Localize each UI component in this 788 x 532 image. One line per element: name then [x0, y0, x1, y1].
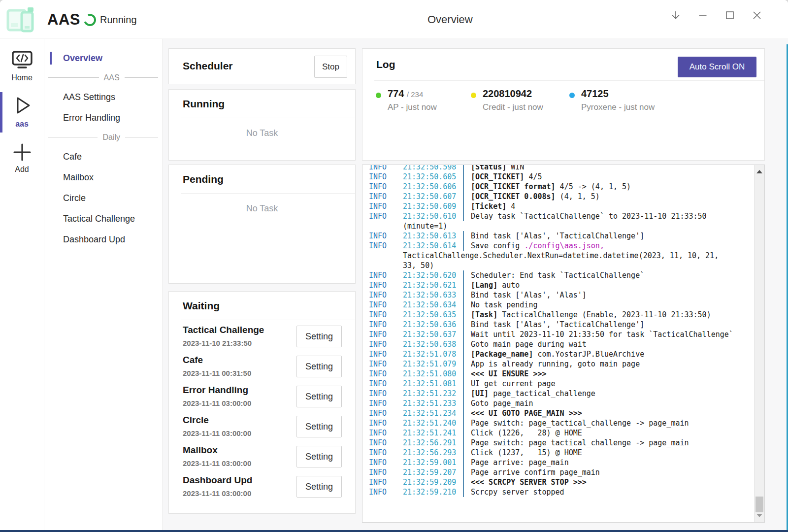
log-timestamp: 21:32:50.606 — [403, 182, 463, 192]
log-line: INFO21:32:56.291Page switch: page_tactic… — [362, 438, 764, 448]
task-setting-button[interactable]: Setting — [296, 386, 342, 407]
log-timestamp: 21:32:50.613 — [403, 231, 463, 241]
stat-dot-icon — [376, 93, 381, 98]
nav-item-circle[interactable]: Circle — [45, 188, 162, 208]
log-timestamp: 21:32:51.234 — [403, 408, 463, 418]
log-card: Log Auto Scroll ON 774 / 234AP - just no… — [362, 48, 765, 161]
log-timestamp: 21:32:51.078 — [403, 349, 463, 359]
log-line: INFO21:32:50.598[Status] WIN — [362, 165, 764, 172]
log-message: Page switch: page_tactical_challenge -> … — [463, 418, 764, 428]
log-timestamp: 21:32:50.633 — [403, 290, 463, 300]
log-message: Scrcpy server stopped — [463, 487, 764, 497]
log-message: Save config ./config\aas.json, — [463, 241, 764, 251]
log-level: INFO — [362, 310, 403, 320]
resource-stat: 774 / 234AP - just now — [376, 88, 437, 112]
pending-title: Pending — [183, 173, 224, 185]
running-title: Running — [183, 98, 225, 110]
log-level — [362, 221, 403, 231]
divider-line — [125, 137, 158, 137]
minimize-button[interactable] — [692, 5, 714, 26]
log-timestamp: 21:32:50.610 — [403, 211, 463, 221]
log-timestamp: 21:32:50.636 — [403, 320, 463, 330]
nav-section-divider: AAS — [45, 68, 162, 87]
log-scrollbar[interactable] — [754, 165, 764, 522]
resource-stat: 47125Pyroxene - just now — [569, 88, 655, 112]
log-level: INFO — [362, 182, 403, 192]
task-setting-button[interactable]: Setting — [296, 326, 342, 347]
auto-scroll-toggle-button[interactable]: Auto Scroll ON — [678, 57, 756, 77]
app-name: AAS — [47, 11, 80, 29]
maximize-icon — [724, 9, 736, 21]
log-message: Wait until 2023-11-10 21:33:50 for task … — [463, 330, 764, 339]
nav-item-dashboard-upd[interactable]: Dashboard Upd — [45, 229, 162, 250]
waiting-task-row: Circle2023-11-11 03:00:00Setting — [169, 412, 355, 442]
log-message: Goto page_main — [463, 399, 764, 408]
play-icon — [11, 94, 33, 117]
log-timestamp: 21:32:56.291 — [403, 438, 463, 448]
log-level: INFO — [362, 428, 403, 438]
log-timestamp: 21:32:51.232 — [403, 389, 463, 399]
log-level: INFO — [362, 201, 403, 211]
maximize-button[interactable] — [719, 5, 741, 26]
running-empty-label: No Task — [169, 128, 355, 138]
log-line: INFO21:32:50.636Bind task ['Alas', 'Tact… — [362, 320, 764, 330]
log-level: INFO — [362, 211, 403, 221]
log-message: [OCR_TICKET format] 4/5 -> (4, 1, 5) — [463, 182, 764, 192]
pending-empty-label: No Task — [169, 203, 355, 214]
task-setting-button[interactable]: Setting — [296, 356, 342, 377]
log-timestamp: 21:32:51.080 — [403, 369, 463, 379]
log-message: <<< UI ENSURE >>> — [463, 369, 764, 379]
rail-item-label: Home — [0, 73, 44, 82]
nav-item-mailbox[interactable]: Mailbox — [45, 167, 162, 188]
log-level: INFO — [362, 172, 403, 182]
log-message: Click (1237, 15) @ HOME — [463, 448, 764, 458]
download-update-button[interactable] — [665, 5, 687, 26]
nav-item-cafe[interactable]: Cafe — [45, 146, 162, 167]
task-setting-button[interactable]: Setting — [296, 416, 342, 437]
log-line: INFO21:32:59.001Page arrive: page_main — [362, 458, 764, 467]
log-level: INFO — [362, 418, 403, 428]
rail-item-label: aas — [0, 120, 44, 129]
pending-card: Pending No Task — [168, 165, 356, 284]
nav-item-aas-settings[interactable]: AAS Settings — [45, 87, 162, 107]
log-message: Bind task ['Alas', 'Alas'] — [463, 290, 764, 300]
rail-item-home[interactable]: Home — [0, 47, 44, 82]
log-timestamp: 21:32:59.210 — [403, 487, 463, 497]
log-level — [362, 251, 403, 261]
plus-icon — [11, 142, 33, 162]
scrollbar-up-arrow-icon[interactable] — [756, 170, 762, 173]
task-setting-button[interactable]: Setting — [296, 446, 342, 467]
log-message: Click (1226, 28) @ HOME — [463, 428, 764, 438]
nav-section-label: Daily — [98, 133, 125, 142]
log-line: INFO21:32:50.637Wait until 2023-11-10 21… — [362, 330, 764, 339]
log-line: INFO21:32:50.635[Task] TacticalChallenge… — [362, 310, 764, 320]
rail-item-aas[interactable]: aas — [0, 91, 44, 133]
log-message: [Package_name] com.YostarJP.BlueArchive — [463, 349, 764, 359]
log-output-panel[interactable]: INFO21:32:50.598[Status] WININFO21:32:50… — [362, 165, 765, 523]
log-level: INFO — [362, 280, 403, 290]
running-card: Running No Task — [168, 89, 356, 161]
log-line: INFO21:32:51.241Click (1226, 28) @ HOME — [362, 428, 764, 438]
page-title: Overview — [427, 13, 473, 26]
log-level: INFO — [362, 192, 403, 201]
log-timestamp: 21:32:50.620 — [403, 270, 463, 280]
scheduler-stop-button[interactable]: Stop — [314, 56, 347, 78]
log-level: INFO — [362, 320, 403, 330]
nav-item-error-handling[interactable]: Error Handling — [45, 107, 162, 128]
stat-value: 47125 — [569, 88, 655, 100]
log-message: Bind task ['Alas', 'TacticalChallenge'] — [463, 320, 764, 330]
close-button[interactable] — [746, 5, 768, 26]
log-timestamp: 21:32:50.635 — [403, 310, 463, 320]
scrollbar-thumb[interactable] — [755, 497, 763, 512]
nav-item-overview[interactable]: Overview — [45, 48, 162, 68]
log-level: INFO — [362, 359, 403, 369]
log-line: INFO21:32:51.232[UI] page_tactical_chall… — [362, 389, 764, 399]
nav-item-tactical-challenge[interactable]: Tactical Challenge — [45, 208, 162, 229]
log-message: [Lang] auto — [463, 280, 764, 290]
log-message: <<< UI GOTO PAGE_MAIN >>> — [463, 408, 764, 418]
rail-item-add[interactable]: Add — [0, 139, 44, 174]
scrollbar-down-arrow-icon[interactable] — [756, 514, 762, 517]
log-line: INFO21:32:51.080<<< UI ENSURE >>> — [362, 369, 764, 379]
icon-rail: Home aas Add — [0, 39, 44, 530]
task-setting-button[interactable]: Setting — [296, 476, 342, 498]
